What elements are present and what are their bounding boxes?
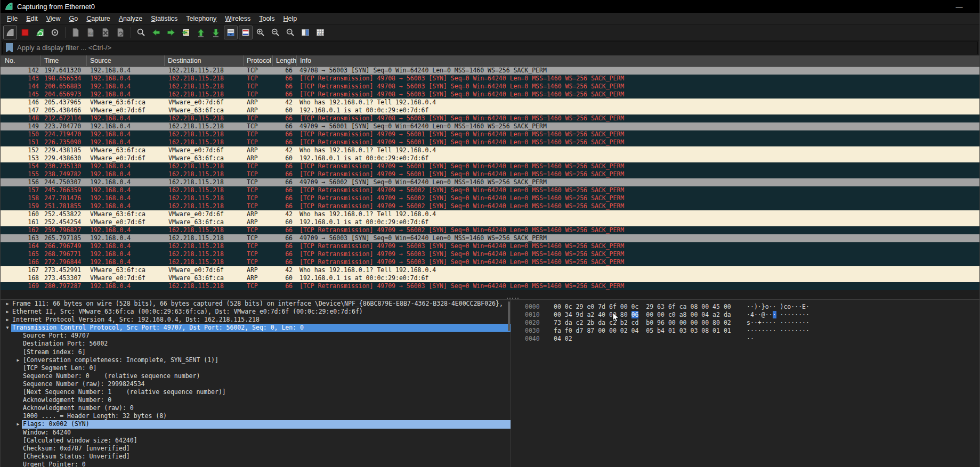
column-header-length[interactable]: Length (273, 55, 297, 66)
packet-row-157[interactable]: 157245.766359192.168.0.4162.218.115.218T… (1, 186, 979, 194)
packet-row-150[interactable]: 150224.719470192.168.0.4162.218.115.218T… (1, 130, 979, 138)
colorize-icon[interactable] (239, 26, 253, 39)
detail-row[interactable]: ▶Flags: 0x002 (SYN) (1, 420, 511, 428)
hex-row-0040[interactable]: 004004 02·· (511, 335, 979, 343)
detail-row[interactable]: ▶Ethernet II, Src: VMware_63:6f:ca (00:0… (1, 308, 511, 316)
go-to-packet-icon[interactable] (179, 26, 193, 39)
detail-row[interactable]: Acknowledgment number (raw): 0 (1, 404, 511, 412)
menu-tools[interactable]: Tools (255, 14, 279, 23)
collapsed-arrow-icon[interactable]: ▶ (4, 316, 11, 324)
expanded-arrow-icon[interactable]: ▼ (4, 324, 11, 332)
go-bottom-icon[interactable] (209, 26, 223, 39)
stop-capture-icon[interactable] (18, 26, 32, 39)
column-header-destination[interactable]: Destination (165, 55, 244, 66)
hex-row-0010[interactable]: 001000 34 9d a2 40 00 80 06 00 00 c0 a8 … (511, 311, 979, 319)
detail-row[interactable]: Sequence Number (raw): 2999824534 (1, 380, 511, 388)
detail-row[interactable]: Acknowledgment Number: 0 (1, 396, 511, 404)
detail-row[interactable]: ▼Transmission Control Protocol, Src Port… (1, 324, 511, 332)
packet-row-162[interactable]: 162259.796827192.168.0.4162.218.115.218T… (1, 226, 979, 234)
menu-view[interactable]: View (42, 14, 65, 23)
zoom-in-icon[interactable] (254, 26, 268, 39)
packet-row-156[interactable]: 156244.750307192.168.0.4162.218.115.218T… (1, 178, 979, 186)
hex-row-0000[interactable]: 000000 0c 29 e0 7d 6f 00 0c 29 63 6f ca … (511, 303, 979, 311)
packet-row-153[interactable]: 153229.438630VMware_e0:7d:6fVMware_63:6f… (1, 154, 979, 162)
close-file-icon[interactable] (99, 26, 112, 39)
hex-row-0030[interactable]: 0030fa f0 d7 87 00 00 02 04 05 b4 01 03 … (511, 327, 979, 335)
detail-row[interactable]: ▶[Conversation completeness: Incomplete,… (1, 356, 511, 364)
find-packet-icon[interactable] (134, 26, 148, 39)
menu-go[interactable]: Go (65, 14, 83, 23)
menu-wireless[interactable]: Wireless (221, 14, 255, 23)
detail-row[interactable]: Urgent Pointer: 0 (1, 461, 511, 467)
start-capture-icon[interactable] (3, 26, 17, 39)
packet-row-164[interactable]: 164266.796749192.168.0.4162.218.115.218T… (1, 242, 979, 250)
packet-row-146[interactable]: 146205.437965VMware_63:6f:caVMware_e0:7d… (1, 99, 979, 106)
menu-edit[interactable]: Edit (22, 14, 42, 23)
columns-prefs-icon[interactable]: 1 2 3 (313, 26, 327, 39)
column-header-source[interactable]: Source (87, 55, 165, 66)
detail-row[interactable]: [Checksum Status: Unverified] (1, 453, 511, 461)
menu-capture[interactable]: Capture (82, 14, 114, 23)
packet-row-155[interactable]: 155238.749782192.168.0.4162.218.115.218T… (1, 170, 979, 178)
packet-row-144[interactable]: 144200.656883192.168.0.4162.218.115.218T… (1, 83, 979, 91)
save-file-icon[interactable]: 010 (84, 26, 98, 39)
collapsed-arrow-icon[interactable]: ▶ (14, 420, 22, 428)
autoscroll-icon[interactable] (224, 26, 238, 39)
column-header-protocol[interactable]: Protocol (244, 55, 273, 66)
menu-help[interactable]: Help (279, 14, 301, 23)
collapsed-arrow-icon[interactable]: ▶ (14, 356, 22, 364)
open-file-icon[interactable] (69, 26, 83, 39)
details-scrollbar-thumb[interactable] (508, 301, 510, 331)
packet-row-167[interactable]: 167273.452991VMware_63:6f:caVMware_e0:7d… (1, 266, 979, 274)
column-header-time[interactable]: Time (41, 55, 87, 66)
zoom-out-icon[interactable] (269, 26, 282, 39)
filter-bookmark-icon[interactable] (6, 43, 13, 52)
column-header-no[interactable]: No. (1, 55, 41, 66)
packet-row-148[interactable]: 148212.672114192.168.0.4162.218.115.218T… (1, 114, 979, 122)
detail-row[interactable]: Source Port: 49707 (1, 332, 511, 340)
capture-options-icon[interactable] (48, 26, 62, 39)
packet-row-165[interactable]: 165268.796771192.168.0.4162.218.115.218T… (1, 250, 979, 258)
column-header-info[interactable]: Info (297, 55, 979, 66)
detail-row[interactable]: Destination Port: 56002 (1, 340, 511, 348)
detail-row[interactable]: Window: 64240 (1, 429, 511, 437)
packet-row-160[interactable]: 160252.453822VMware_63:6f:caVMware_e0:7d… (1, 210, 979, 218)
detail-row[interactable]: ▶Internet Protocol Version 4, Src: 192.1… (1, 316, 511, 324)
detail-row[interactable]: Checksum: 0xd787 [unverified] (1, 445, 511, 453)
packet-row-154[interactable]: 154230.735130192.168.0.4162.218.115.218T… (1, 162, 979, 170)
menu-file[interactable]: File (3, 14, 22, 23)
packet-row-163[interactable]: 163265.797185192.168.0.4162.218.115.218T… (1, 234, 979, 242)
reload-file-icon[interactable] (114, 26, 127, 39)
packet-row-151[interactable]: 151226.735090192.168.0.4162.218.115.218T… (1, 138, 979, 146)
resize-columns-icon[interactable] (298, 26, 312, 39)
packet-row-149[interactable]: 149223.704770192.168.0.4162.218.115.218T… (1, 122, 979, 130)
packet-row-142[interactable]: 142197.641320192.168.0.4162.218.115.218T… (1, 67, 979, 75)
packet-row-168[interactable]: 168273.453307VMware_e0:7d:6fVMware_63:6f… (1, 274, 979, 282)
packet-bytes-pane[interactable]: 000000 0c 29 e0 7d 6f 00 0c 29 63 6f ca … (511, 300, 979, 467)
collapsed-arrow-icon[interactable]: ▶ (4, 308, 11, 316)
go-forward-icon[interactable] (164, 26, 178, 39)
zoom-reset-icon[interactable] (284, 26, 297, 39)
hex-row-0020[interactable]: 002073 da c2 2b da c2 b2 cd b0 96 00 00 … (511, 319, 979, 327)
go-top-icon[interactable] (194, 26, 208, 39)
packet-row-161[interactable]: 161252.454254VMware_e0:7d:6fVMware_63:6f… (1, 218, 979, 226)
restart-capture-icon[interactable] (33, 26, 47, 39)
go-back-icon[interactable] (149, 26, 163, 39)
minimize-button[interactable]: — (949, 0, 970, 13)
detail-row[interactable]: ▶Frame 111: 66 bytes on wire (528 bits),… (1, 300, 511, 308)
packet-row-158[interactable]: 158247.781476192.168.0.4162.218.115.218T… (1, 194, 979, 202)
packet-row-143[interactable]: 143198.656534192.168.0.4162.218.115.218T… (1, 75, 979, 83)
detail-row[interactable]: Sequence Number: 0 (relative sequence nu… (1, 372, 511, 380)
detail-row[interactable]: 1000 .... = Header Length: 32 bytes (8) (1, 412, 511, 420)
packet-row-166[interactable]: 166272.796844192.168.0.4162.218.115.218T… (1, 258, 979, 266)
packet-row-152[interactable]: 152229.438185VMware_63:6f:caVMware_e0:7d… (1, 146, 979, 154)
detail-row[interactable]: [Stream index: 6] (1, 348, 511, 356)
packet-row-145[interactable]: 145204.656973192.168.0.4162.218.115.218T… (1, 91, 979, 99)
menu-telephony[interactable]: Telephony (182, 14, 221, 23)
menu-statistics[interactable]: Statistics (147, 14, 182, 23)
detail-row[interactable]: [TCP Segment Len: 0] (1, 364, 511, 372)
packet-row-169[interactable]: 169280.797287192.168.0.4162.218.115.218T… (1, 282, 979, 290)
packet-row-147[interactable]: 147205.438466VMware_e0:7d:6fVMware_63:6f… (1, 106, 979, 114)
packet-row-159[interactable]: 159251.781855192.168.0.4162.218.115.218T… (1, 202, 979, 210)
detail-row[interactable]: [Calculated window size: 64240] (1, 437, 511, 445)
